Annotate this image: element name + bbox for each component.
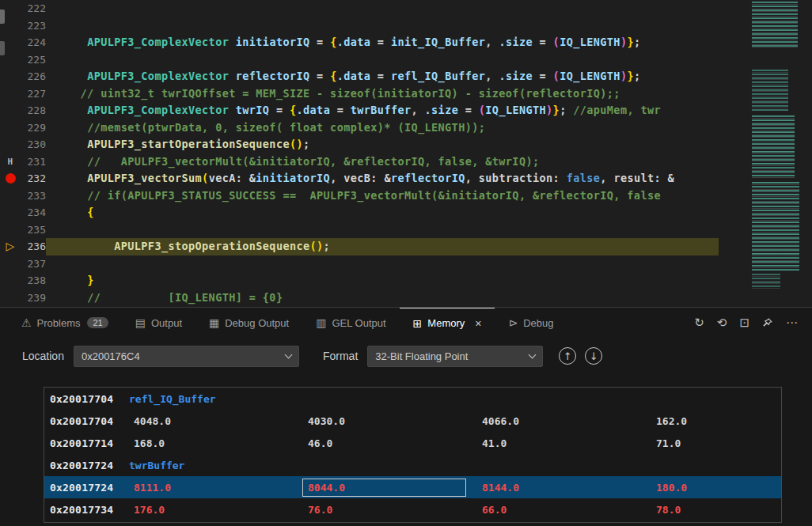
memory-row[interactable]: 0x20017704refl_IQ_Buffer — [44, 388, 781, 410]
memory-address: 0x20017704 — [50, 415, 129, 427]
line-number[interactable]: 223 — [21, 17, 46, 35]
memory-value-cell[interactable]: 168.0 — [129, 435, 291, 452]
memory-symbol-label: twrBuffer — [129, 460, 781, 471]
code-line[interactable]: 227 // uint32_t twrIQOffset = MEM_SIZE -… — [0, 85, 719, 103]
line-number[interactable]: 226 — [21, 68, 46, 85]
line-number[interactable]: 227 — [21, 85, 46, 103]
memory-value-cell[interactable]: 46.0 — [303, 435, 465, 452]
code-line[interactable]: 234 { — [0, 204, 719, 221]
code-line[interactable]: 226 APULPF3_ComplexVector reflectorIQ = … — [0, 68, 719, 85]
line-gutter: 235 — [0, 221, 46, 239]
breakpoint-icon[interactable] — [6, 173, 16, 184]
more-icon[interactable]: ⋯ — [786, 316, 798, 330]
code-token: ; — [324, 240, 331, 252]
line-number[interactable]: 228 — [21, 102, 46, 119]
memory-value-cell[interactable]: 8144.0 — [477, 479, 639, 496]
minimap[interactable] — [749, 0, 804, 307]
code-token: ; — [634, 70, 641, 82]
tab-debug[interactable]: ⊳Debug — [495, 308, 567, 338]
code-line[interactable]: 225 — [0, 51, 719, 69]
line-number[interactable]: 238 — [21, 272, 46, 289]
memory-value-cell[interactable]: 4030.0 — [303, 413, 465, 430]
code-line[interactable]: H231 // APULPF3_vectorMult(&initiatorIQ,… — [0, 153, 719, 171]
memory-value-cell[interactable]: 4048.0 — [129, 413, 291, 430]
code-token: , — [330, 172, 343, 184]
restart-icon[interactable]: ⟲ — [717, 316, 727, 330]
code-line[interactable]: 233 // if(APULPF3_STATUS_SUCCESS == APUL… — [0, 187, 719, 205]
pin-icon[interactable] — [762, 317, 773, 328]
tab-gel-output[interactable]: ▥GEL Output — [302, 308, 399, 338]
memory-row[interactable]: 0x200177044048.04030.04066.0162.0 — [44, 410, 781, 432]
location-input[interactable] — [82, 350, 279, 362]
memory-value-cell[interactable]: 71.0 — [651, 435, 782, 452]
scroll-down-button[interactable]: ↓ — [585, 347, 602, 365]
close-icon[interactable]: × — [475, 317, 481, 330]
line-number[interactable]: 222 — [21, 0, 46, 17]
gutter-marker[interactable] — [0, 173, 21, 184]
memory-row[interactable]: 0x20017714168.046.041.071.0 — [44, 432, 781, 454]
code-line[interactable]: 238 } — [0, 272, 719, 289]
memory-value-cell[interactable]: 8111.0 — [129, 479, 291, 496]
gutter-marker[interactable]: ▷ — [0, 238, 21, 255]
memory-value-cell[interactable]: 162.0 — [651, 413, 782, 430]
line-number[interactable]: 230 — [21, 136, 46, 153]
refresh-icon[interactable]: ↻ — [694, 316, 704, 330]
code-line[interactable]: 235 — [0, 221, 719, 239]
code-token: ( — [553, 36, 560, 48]
line-number[interactable]: 225 — [21, 51, 46, 69]
overview-ruler[interactable] — [804, 0, 812, 307]
code-token: , — [600, 172, 613, 184]
open-editor-icon[interactable]: ⊡ — [739, 316, 749, 330]
memory-value-cell[interactable]: 8044.0 — [303, 479, 465, 496]
code-content — [46, 17, 719, 35]
code-line[interactable]: 224 APULPF3_ComplexVector initiatorIQ = … — [0, 34, 719, 51]
code-line[interactable]: 239 // [IQ_LENGTH] = {0} — [0, 289, 719, 307]
line-number[interactable]: 233 — [21, 187, 46, 205]
memory-row[interactable]: 0x200177248111.08044.08144.0180.0 — [44, 476, 781, 498]
memory-row[interactable]: 0x20017734176.076.066.078.0 — [44, 498, 781, 520]
chevron-down-icon[interactable] — [284, 351, 292, 359]
memory-value-cell[interactable]: 66.0 — [477, 501, 639, 518]
code-token — [60, 206, 87, 218]
code-line[interactable]: ▷236 APULPF3_stopOperationSequence(); — [0, 238, 719, 255]
code-line[interactable]: 229 //memset(ptwrData, 0, sizeof( float … — [0, 119, 719, 137]
memory-value-cell[interactable]: 76.0 — [303, 501, 465, 518]
line-number[interactable]: 229 — [21, 119, 46, 137]
memory-value-cell[interactable]: 78.0 — [651, 501, 782, 518]
location-label: Location — [22, 350, 64, 362]
format-dropdown[interactable]: 32-Bit Floating Point — [367, 346, 543, 367]
line-number[interactable]: 231 — [21, 153, 46, 171]
memory-value-cell[interactable]: 180.0 — [651, 479, 782, 496]
tab-debug-output[interactable]: ▦Debug Output — [195, 308, 302, 338]
code-line[interactable]: 232 APULPF3_vectorSum(vecA: &initiatorIQ… — [0, 170, 719, 187]
code-token: = — [533, 70, 553, 82]
tab-memory[interactable]: ⊞Memory× — [400, 308, 495, 338]
line-number[interactable]: 224 — [21, 34, 46, 51]
code-line[interactable]: 237 — [0, 255, 719, 273]
line-number[interactable]: 236 — [21, 238, 46, 255]
tab-output[interactable]: ▤Output — [122, 308, 195, 338]
memory-value-cell[interactable]: 4066.0 — [477, 413, 639, 430]
location-combobox[interactable] — [74, 346, 299, 367]
line-number[interactable]: 239 — [21, 289, 46, 307]
code-token: = — [370, 70, 391, 82]
code-content: APULPF3_ComplexVector twrIQ = {.data = t… — [46, 102, 719, 119]
memory-value-cell[interactable]: 176.0 — [129, 501, 291, 518]
memory-table[interactable]: 0x20017704refl_IQ_Buffer0x200177044048.0… — [44, 387, 782, 523]
code-token: reflectorIQ — [391, 172, 465, 184]
tab-problems[interactable]: ⚠Problems21 — [8, 308, 122, 338]
gutter-marker[interactable]: H — [0, 153, 21, 171]
line-number[interactable]: 234 — [21, 204, 46, 221]
memory-row[interactable]: 0x20017724twrBuffer — [44, 454, 781, 476]
line-number[interactable]: 237 — [21, 255, 46, 273]
current-statement-icon: ▷ — [6, 238, 14, 255]
code-line[interactable]: 230 APULPF3_startOperationSequence(); — [0, 136, 719, 153]
line-number[interactable]: 232 — [21, 170, 46, 187]
code-line[interactable]: 223 — [0, 17, 719, 35]
scroll-up-button[interactable]: ↑ — [559, 347, 576, 365]
memory-value-cell[interactable]: 41.0 — [477, 435, 639, 452]
line-number[interactable]: 235 — [21, 221, 46, 239]
code-line[interactable]: 222 — [0, 0, 719, 17]
code-line[interactable]: 228 APULPF3_ComplexVector twrIQ = {.data… — [0, 102, 719, 119]
code-editor[interactable]: 222223224 APULPF3_ComplexVector initiato… — [0, 0, 812, 307]
